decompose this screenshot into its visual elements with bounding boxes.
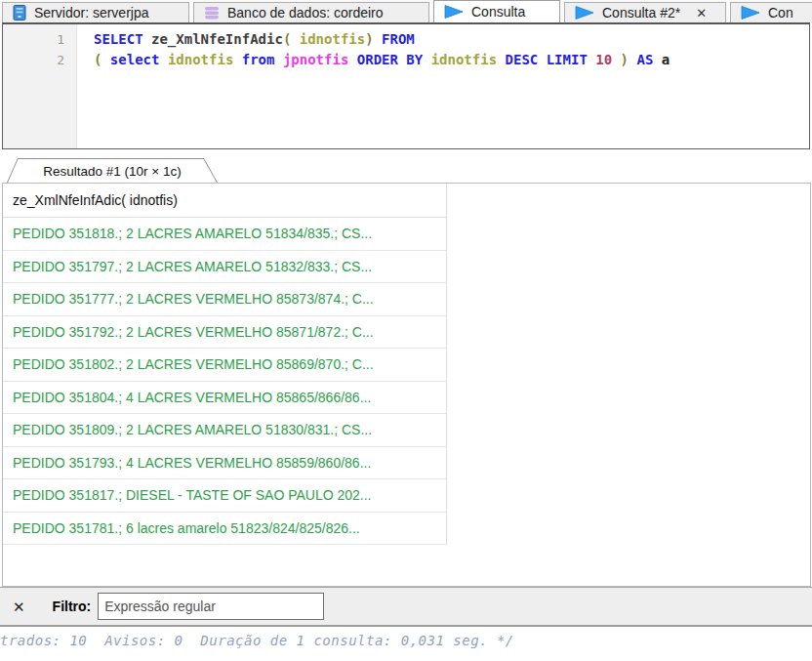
table-row[interactable]: PEDIDO 351781.; 6 lacres amarelo 51823/8…	[3, 513, 810, 546]
result-grid-header-row: ze_XmlNfeInfAdic( idnotfis)	[3, 184, 810, 218]
table-cell[interactable]: PEDIDO 351809.; 2 LACRES AMARELO 51830/8…	[3, 414, 447, 447]
column-header[interactable]: ze_XmlNfeInfAdic( idnotfis)	[3, 184, 447, 218]
table-row[interactable]: PEDIDO 351818.; 2 LACRES AMARELO 51834/8…	[3, 218, 810, 251]
tab-query-2[interactable]: Consulta #2* ✕	[564, 2, 726, 22]
editor-gutter: 12	[3, 24, 77, 148]
line-number: 2	[3, 50, 76, 70]
table-cell[interactable]: PEDIDO 351777.; 2 LACRES VERMELHO 85873/…	[3, 283, 447, 316]
close-icon[interactable]: ✕	[696, 6, 707, 21]
result-grid: ze_XmlNfeInfAdic( idnotfis) PEDIDO 35181…	[2, 183, 811, 587]
filter-bar: ✕ Filtro:	[0, 587, 812, 625]
table-cell[interactable]: PEDIDO 351797.; 2 LACRES AMARELO 51832/8…	[3, 251, 447, 284]
table-row[interactable]: PEDIDO 351793.; 4 LACRES VERMELHO 85859/…	[3, 447, 810, 480]
server-icon	[13, 5, 26, 21]
query-log-line: trados: 10 Avisos: 0 Duração de 1 consul…	[0, 633, 514, 648]
table-cell[interactable]: PEDIDO 351792.; 2 LACRES VERMELHO 85871/…	[3, 316, 447, 350]
table-row[interactable]: PEDIDO 351792.; 2 LACRES VERMELHO 85871/…	[3, 316, 810, 350]
table-row[interactable]: PEDIDO 351802.; 2 LACRES VERMELHO 85869/…	[3, 349, 810, 382]
tab-query-1-label: Consulta	[471, 4, 525, 20]
query-play-icon	[444, 4, 464, 20]
tab-query-1[interactable]: Consulta	[433, 0, 560, 22]
tab-query-3[interactable]: Con	[730, 2, 812, 22]
result-tab[interactable]: Resultado #1 (10r × 1c)	[7, 158, 218, 183]
sql-line: ( select idnotfis from jpnotfis ORDER BY…	[94, 50, 670, 70]
table-row[interactable]: PEDIDO 351797.; 2 LACRES AMARELO 51832/8…	[3, 251, 810, 284]
query-play-icon	[575, 5, 594, 21]
database-icon	[204, 5, 220, 21]
tab-server-label: Servidor: serverjpa	[34, 5, 149, 21]
tab-database-label: Banco de dados: cordeiro	[227, 5, 384, 21]
filter-input[interactable]	[98, 593, 324, 620]
tab-query-2-label: Consulta #2*	[602, 5, 680, 21]
tab-database[interactable]: Banco de dados: cordeiro	[193, 2, 429, 22]
table-row[interactable]: PEDIDO 351777.; 2 LACRES VERMELHO 85873/…	[3, 283, 810, 316]
table-cell[interactable]: PEDIDO 351793.; 4 LACRES VERMELHO 85859/…	[3, 447, 447, 480]
table-cell[interactable]: PEDIDO 351781.; 6 lacres amarelo 51823/8…	[3, 513, 447, 546]
table-row[interactable]: PEDIDO 351809.; 2 LACRES AMARELO 51830/8…	[3, 414, 810, 447]
close-icon[interactable]: ✕	[13, 599, 25, 614]
sql-editor[interactable]: 12 SELECT ze_XmlNfeInfAdic( idnotfis) FR…	[2, 22, 810, 149]
query-tool-window: Servidor: serverjpa Banco de dados: cord…	[0, 0, 812, 661]
result-grid-body: PEDIDO 351818.; 2 LACRES AMARELO 51834/8…	[3, 218, 810, 545]
main-tab-bar: Servidor: serverjpa Banco de dados: cord…	[0, 0, 812, 22]
line-number: 1	[3, 29, 76, 50]
query-play-icon	[741, 5, 760, 21]
tab-query-3-label: Con	[768, 5, 793, 21]
table-cell[interactable]: PEDIDO 351818.; 2 LACRES AMARELO 51834/8…	[3, 218, 447, 251]
editor-code: SELECT ze_XmlNfeInfAdic( idnotfis) FROM(…	[77, 24, 670, 148]
table-row[interactable]: PEDIDO 351804.; 4 LACRES VERMELHO 85865/…	[3, 382, 810, 415]
table-cell[interactable]: PEDIDO 351817.; DIESEL - TASTE OF SAO PA…	[3, 479, 447, 513]
filter-label: Filtro:	[53, 599, 92, 614]
table-cell[interactable]: PEDIDO 351802.; 2 LACRES VERMELHO 85869/…	[3, 349, 447, 382]
result-tab-label: Resultado #1 (10r × 1c)	[43, 164, 181, 179]
sql-line: SELECT ze_XmlNfeInfAdic( idnotfis) FROM	[94, 29, 670, 50]
table-row[interactable]: PEDIDO 351817.; DIESEL - TASTE OF SAO PA…	[3, 479, 810, 513]
table-cell[interactable]: PEDIDO 351804.; 4 LACRES VERMELHO 85865/…	[3, 382, 447, 415]
tab-server[interactable]: Servidor: serverjpa	[2, 2, 189, 22]
query-log-panel[interactable]: trados: 10 Avisos: 0 Duração de 1 consul…	[0, 627, 812, 661]
